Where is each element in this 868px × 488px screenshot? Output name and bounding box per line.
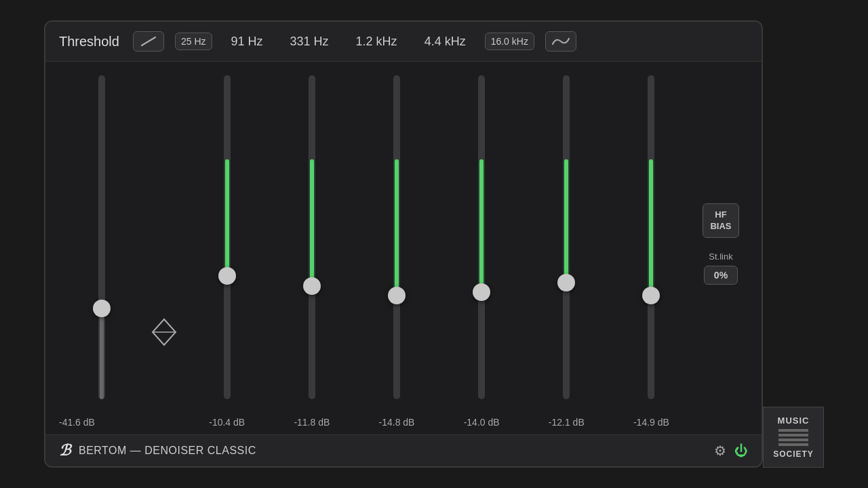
power-icon[interactable]: ⏻ [734, 443, 748, 459]
4_4khz-fader-fill [564, 159, 568, 285]
1_2khz-db: -14.0 dB [439, 417, 524, 428]
svg-line-0 [142, 37, 155, 45]
1_2khz-fader-track[interactable] [478, 75, 485, 399]
25hz-db: -10.4 dB [184, 417, 269, 428]
plugin-name: BERTOM — DENOISER CLASSIC [79, 445, 256, 457]
331hz-fader-fill [395, 159, 399, 299]
4_4khz-db: -12.1 dB [524, 417, 609, 428]
hf-bias-button[interactable]: HFBIAS [703, 203, 738, 239]
91hz-db: -11.8 dB [269, 417, 354, 428]
outer-wrapper: Threshold 25 Hz 91 Hz 331 Hz 1.2 kHz 4.4… [44, 20, 824, 468]
91hz-fader-fill [310, 159, 314, 289]
91hz-fader-col [269, 68, 354, 406]
logo-bar-4 [778, 443, 808, 446]
331hz-fader-track[interactable] [393, 75, 400, 399]
right-db-spacer [694, 417, 748, 428]
1_2khz-fader-knob[interactable] [473, 283, 490, 301]
331hz-db: -14.8 dB [354, 417, 439, 428]
brand-icon: ℬ [59, 442, 71, 460]
logo-box: MUSIC SOCIETY [763, 407, 824, 468]
threshold-fader-fill [100, 308, 104, 399]
threshold-fader-track[interactable] [98, 75, 105, 399]
right-controls: HFBIAS St.link 0% [694, 68, 748, 406]
wave-icon-button[interactable] [545, 31, 576, 52]
diamond-icon [149, 317, 180, 348]
16khz-fader-knob[interactable] [642, 287, 660, 304]
threshold-fader-knob[interactable] [93, 300, 111, 317]
1_2khz-fader-fill [479, 159, 484, 296]
91hz-fader-knob[interactable] [303, 277, 321, 295]
diamond-db-spacer [144, 417, 184, 428]
settings-icon[interactable]: ⚙ [714, 443, 726, 459]
main-area: HFBIAS St.link 0% [45, 62, 762, 413]
91hz-fader-track[interactable] [309, 75, 315, 399]
16khz-fader-col [609, 68, 694, 406]
25hz-button[interactable]: 25 Hz [175, 33, 212, 50]
slash-icon-button[interactable] [133, 31, 164, 52]
top-bar: Threshold 25 Hz 91 Hz 331 Hz 1.2 kHz 4.4… [45, 22, 762, 62]
25hz-fader-fill [225, 159, 229, 279]
331hz-fader-col [354, 68, 439, 406]
diamond-area [144, 68, 184, 406]
16khz-fader-track[interactable] [648, 75, 654, 399]
25hz-fader-knob[interactable] [218, 267, 236, 285]
db-row: -41.6 dB -10.4 dB -11.8 dB -14.8 dB -14.… [45, 413, 762, 434]
25hz-fader-col [184, 68, 269, 406]
logo-bar-3 [778, 439, 808, 441]
threshold-db: -41.6 dB [59, 417, 144, 428]
logo-bar-2 [778, 434, 808, 436]
1_2khz-label: 1.2 kHz [348, 32, 406, 52]
4_4khz-fader-knob[interactable] [557, 274, 575, 291]
4_4khz-fader-track[interactable] [563, 75, 570, 399]
stlink-value[interactable]: 0% [704, 266, 738, 285]
stlink-label: St.link [709, 251, 732, 262]
threshold-label: Threshold [59, 34, 119, 49]
1_2khz-fader-col [439, 68, 524, 406]
25hz-fader-track[interactable] [224, 75, 231, 399]
16khz-fader-fill [649, 159, 653, 299]
bottom-bar: ℬ BERTOM — DENOISER CLASSIC ⚙ ⏻ [45, 434, 762, 466]
331hz-fader-knob[interactable] [388, 287, 406, 304]
91hz-label: 91 Hz [223, 32, 271, 52]
threshold-fader-col [59, 68, 144, 406]
16khz-db: -14.9 dB [609, 417, 694, 428]
16khz-button[interactable]: 16.0 kHz [485, 33, 534, 50]
331hz-label: 331 Hz [282, 32, 337, 52]
logo-bar-1 [778, 429, 808, 432]
4_4khz-label: 4.4 kHz [416, 32, 474, 52]
logo-line2: SOCIETY [773, 449, 814, 459]
plugin-window: Threshold 25 Hz 91 Hz 331 Hz 1.2 kHz 4.4… [44, 20, 763, 468]
logo-line1: MUSIC [778, 415, 810, 426]
4_4khz-fader-col [524, 68, 609, 406]
